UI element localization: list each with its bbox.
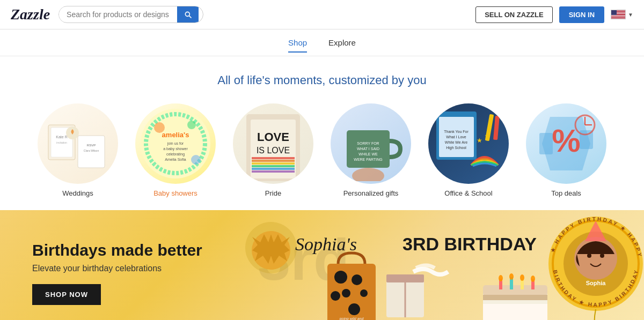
svg-text:LOVE: LOVE bbox=[257, 130, 289, 144]
banner-subtitle: Elevate your birthday celebrations bbox=[32, 264, 202, 273]
category-weddings-image: Kate R invitation RSVP Clara Wilson bbox=[38, 103, 118, 184]
svg-text:RSVP: RSVP bbox=[87, 144, 96, 147]
svg-point-79 bbox=[499, 275, 503, 281]
categories-section: Kate R invitation RSVP Clara Wilson Wedd… bbox=[0, 98, 644, 210]
search-input[interactable] bbox=[59, 7, 177, 22]
nav-tabs: Shop Explore bbox=[0, 29, 644, 56]
svg-text:Clara Wilson: Clara Wilson bbox=[84, 149, 99, 152]
category-office-school-label: Office & School bbox=[444, 189, 492, 197]
birthday-banner: Birthdays made better Elevate your birth… bbox=[0, 210, 644, 320]
svg-point-60 bbox=[334, 271, 347, 284]
category-baby-showers-label: Baby showers bbox=[153, 189, 197, 197]
svg-text:High School: High School bbox=[446, 146, 466, 150]
category-baby-showers-image: amelia's join us for a baby shower celeb… bbox=[135, 103, 216, 184]
banner-content: Birthdays made better Elevate your birth… bbox=[0, 241, 235, 305]
category-personalized-gifts-label: Personalized gifts bbox=[343, 189, 399, 197]
svg-point-81 bbox=[520, 274, 524, 281]
svg-text:3RD BIRTHDAY: 3RD BIRTHDAY bbox=[402, 234, 537, 254]
svg-text:going wild and: going wild and bbox=[340, 317, 364, 320]
header-actions: SELL ON ZAZZLE SIGN IN ▼ bbox=[475, 6, 633, 23]
category-top-deals[interactable]: % Top deals bbox=[526, 103, 606, 197]
svg-point-33 bbox=[352, 168, 384, 181]
svg-rect-72 bbox=[483, 285, 547, 296]
category-pride-label: Pride bbox=[265, 189, 281, 197]
category-personalized-gifts-image: SORRY FOR WHAT I SAID WHILE WE WERE PART… bbox=[331, 103, 411, 184]
svg-text:Amelia Sofia: Amelia Sofia bbox=[165, 158, 186, 161]
svg-point-90 bbox=[587, 254, 591, 258]
svg-text:Sophia's: Sophia's bbox=[295, 234, 357, 254]
svg-text:SORRY FOR: SORRY FOR bbox=[357, 142, 379, 145]
svg-rect-24 bbox=[252, 162, 295, 165]
category-top-deals-image: % bbox=[526, 103, 606, 184]
svg-rect-43 bbox=[493, 116, 500, 140]
svg-rect-26 bbox=[252, 168, 295, 170]
signin-button[interactable]: SIGN IN bbox=[559, 6, 604, 23]
svg-point-82 bbox=[531, 276, 535, 282]
language-selector[interactable]: ▼ bbox=[611, 10, 633, 19]
svg-point-65 bbox=[348, 303, 360, 315]
category-pride[interactable]: LOVE IS LOVE Pride bbox=[233, 103, 313, 197]
chevron-down-icon: ▼ bbox=[628, 12, 633, 18]
search-button[interactable] bbox=[177, 6, 199, 23]
category-baby-showers[interactable]: amelia's join us for a baby shower celeb… bbox=[135, 103, 216, 197]
svg-text:celebrating: celebrating bbox=[166, 152, 185, 157]
svg-point-16 bbox=[187, 121, 196, 129]
category-weddings-label: Weddings bbox=[62, 189, 93, 197]
category-weddings[interactable]: Kate R invitation RSVP Clara Wilson Wedd… bbox=[38, 103, 118, 197]
svg-text:Thank You For: Thank You For bbox=[444, 130, 469, 133]
tab-shop[interactable]: Shop bbox=[288, 38, 307, 53]
category-top-deals-label: Top deals bbox=[551, 189, 581, 197]
svg-point-17 bbox=[191, 155, 201, 165]
search-icon bbox=[184, 10, 192, 19]
svg-text:WHILE WE: WHILE WE bbox=[358, 152, 378, 156]
svg-point-62 bbox=[342, 289, 350, 297]
banner-decoration: 3rd Sophia's 3RD BIRTHDAY bbox=[241, 210, 644, 320]
svg-rect-22 bbox=[252, 157, 295, 159]
svg-rect-27 bbox=[252, 170, 295, 173]
svg-point-91 bbox=[600, 254, 604, 258]
header: Zazzle SELL ON ZAZZLE SIGN IN ▼ bbox=[0, 0, 644, 29]
us-flag-icon bbox=[611, 10, 626, 19]
svg-rect-73 bbox=[483, 295, 547, 300]
svg-rect-23 bbox=[252, 160, 295, 162]
svg-point-61 bbox=[352, 274, 362, 285]
svg-text:WERE PARTING: WERE PARTING bbox=[354, 158, 382, 161]
svg-text:IS LOVE: IS LOVE bbox=[257, 146, 290, 155]
svg-text:While We Are: While We Are bbox=[445, 140, 467, 144]
svg-rect-25 bbox=[252, 165, 295, 167]
banner-illustration: 3rd Sophia's 3RD BIRTHDAY bbox=[241, 210, 644, 320]
svg-text:★: ★ bbox=[477, 137, 482, 144]
category-personalized-gifts[interactable]: SORRY FOR WHAT I SAID WHILE WE WERE PART… bbox=[331, 103, 411, 197]
svg-rect-46 bbox=[539, 133, 553, 154]
svg-rect-42 bbox=[485, 114, 494, 142]
svg-point-64 bbox=[331, 291, 340, 301]
svg-point-80 bbox=[509, 273, 514, 280]
svg-text:a baby shower: a baby shower bbox=[163, 147, 188, 151]
svg-text:amelia's: amelia's bbox=[162, 131, 189, 139]
hero-tagline: All of life's moments, customized by you bbox=[0, 56, 644, 98]
category-office-school-image: Thank You For What I Love While We Are H… bbox=[428, 103, 509, 184]
shop-now-button[interactable]: SHOP NOW bbox=[32, 284, 101, 305]
svg-text:invitation: invitation bbox=[56, 141, 67, 144]
banner-title: Birthdays made better bbox=[32, 241, 202, 259]
category-office-school[interactable]: Thank You For What I Love While We Are H… bbox=[428, 103, 509, 197]
svg-point-63 bbox=[360, 289, 368, 297]
svg-text:Kate R: Kate R bbox=[56, 135, 67, 139]
svg-text:WHAT I SAID: WHAT I SAID bbox=[357, 147, 379, 151]
svg-text:What I Love: What I Love bbox=[446, 135, 466, 139]
svg-text:join us for: join us for bbox=[167, 142, 184, 146]
search-bar bbox=[58, 6, 203, 23]
sell-on-zazzle-button[interactable]: SELL ON ZAZZLE bbox=[475, 6, 553, 23]
logo[interactable]: Zazzle bbox=[11, 6, 50, 23]
svg-point-15 bbox=[154, 122, 165, 133]
svg-rect-74 bbox=[483, 304, 547, 320]
tab-explore[interactable]: Explore bbox=[328, 38, 356, 53]
category-pride-image: LOVE IS LOVE bbox=[233, 103, 313, 184]
svg-text:Sophia: Sophia bbox=[586, 280, 606, 286]
